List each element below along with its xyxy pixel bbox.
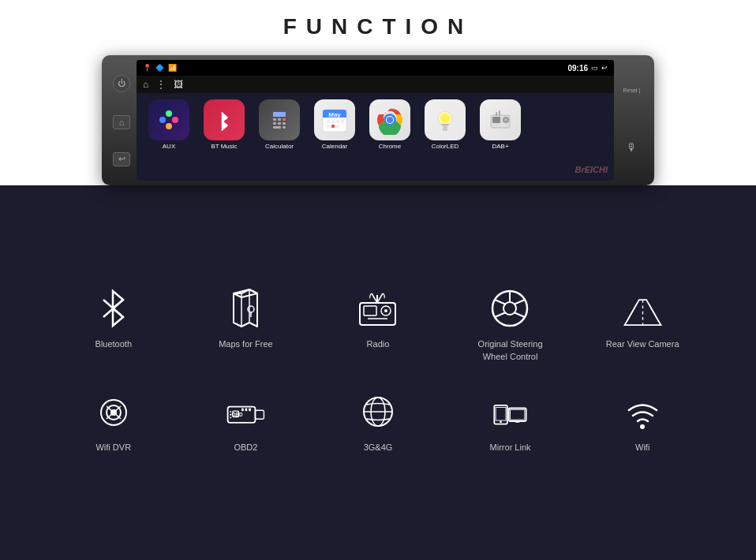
feature-mirror-label: Mirror Link — [490, 442, 531, 454]
device-screen: 📍 🔷 📶 09:16 ▭ ↩ ⌂ ⋮ 🖼 — [137, 60, 614, 181]
app-bt-label: BT Music — [211, 143, 237, 150]
feature-radio-label: Radio — [367, 338, 390, 350]
status-left: 📍 🔷 📶 — [143, 64, 177, 72]
nav-bar: ⌂ ⋮ 🖼 — [137, 76, 614, 93]
svg-rect-37 — [496, 112, 497, 116]
app-aux-icon — [148, 99, 189, 140]
wifi-icon — [621, 390, 664, 434]
app-aux[interactable]: AUX — [144, 99, 193, 150]
svg-rect-12 — [273, 126, 281, 129]
svg-point-3 — [166, 123, 172, 129]
app-cal-icon: May — [314, 99, 355, 140]
camera-icon — [621, 287, 664, 330]
screen-icon: ▭ — [591, 64, 598, 72]
svg-rect-13 — [283, 126, 286, 129]
feature-camera: Rear View Camera — [603, 287, 682, 350]
location-icon: 📍 — [143, 64, 152, 72]
app-grid: AUX BT Music — [137, 93, 614, 156]
svg-rect-64 — [509, 409, 526, 422]
features-row1: Bluetooth Maps for Free — [0, 275, 756, 383]
feature-steering: Original Steering Wheel Control — [471, 287, 550, 363]
app-colorled-icon — [425, 99, 466, 140]
status-right: 09:16 ▭ ↩ — [567, 64, 608, 73]
app-bt-icon — [204, 99, 245, 140]
app-colorled[interactable]: ColorLED — [421, 99, 470, 150]
reset-label: Reset | — [623, 88, 640, 93]
svg-rect-9 — [273, 122, 276, 125]
feature-obd2: OBD OBD2 — [206, 390, 285, 454]
svg-rect-62 — [496, 408, 506, 421]
svg-rect-19 — [331, 120, 335, 123]
svg-rect-31 — [441, 124, 449, 125]
app-chrome-icon — [369, 99, 410, 140]
feature-3g4g-label: 3G&4G — [364, 442, 393, 454]
feature-obd2-label: OBD2 — [234, 442, 257, 454]
page-title: FUNCTION — [0, 14, 756, 39]
home-nav-icon: ⌂ — [143, 79, 148, 90]
app-calendar[interactable]: May Calendar — [310, 99, 359, 150]
app-chrome[interactable]: Chrome — [365, 99, 414, 150]
app-colorled-label: ColorLED — [432, 143, 459, 150]
back-button[interactable]: ↩ — [113, 152, 130, 166]
svg-rect-53 — [230, 414, 231, 416]
svg-rect-8 — [283, 118, 286, 121]
feature-wifi-label: Wifi — [635, 442, 649, 454]
bluetooth-status-icon: 🔷 — [155, 64, 164, 72]
feature-bluetooth: Bluetooth — [74, 287, 153, 350]
svg-point-67 — [640, 424, 645, 429]
svg-point-36 — [504, 118, 507, 121]
svg-point-43 — [384, 309, 387, 312]
maps-icon — [224, 287, 268, 330]
svg-rect-34 — [492, 117, 500, 123]
app-aux-label: AUX — [163, 143, 175, 150]
app-calculator[interactable]: Calculator — [255, 99, 304, 150]
svg-rect-65 — [511, 409, 525, 420]
svg-rect-20 — [336, 120, 339, 123]
power-button[interactable]: ⏻ — [113, 75, 130, 92]
app-calc-label: Calculator — [265, 143, 294, 150]
app-calc-icon — [259, 99, 300, 140]
steering-icon — [488, 287, 532, 330]
image-nav-icon: 🖼 — [174, 79, 183, 90]
feature-mirror-link: Mirror Link — [471, 390, 550, 454]
wifi-status-icon: 📶 — [168, 64, 177, 72]
svg-rect-58 — [255, 410, 264, 419]
svg-point-39 — [248, 306, 254, 312]
feature-wifi: Wifi — [603, 390, 682, 454]
home-button[interactable]: ⌂ — [113, 115, 130, 129]
svg-rect-23 — [331, 125, 335, 128]
feature-maps: Maps for Free — [206, 287, 285, 350]
feature-maps-label: Maps for Free — [219, 338, 272, 350]
top-section: FUNCTION — [0, 0, 756, 47]
device-outer: ⏻ ⌂ ↩ 📍 🔷 📶 09:16 ▭ ↩ — [102, 55, 654, 185]
radio-icon — [356, 287, 399, 330]
status-bar: 📍 🔷 📶 09:16 ▭ ↩ — [137, 60, 614, 76]
wifi-dvr-icon — [92, 390, 135, 434]
feature-radio: Radio — [339, 287, 417, 350]
svg-text:OBD: OBD — [231, 412, 243, 417]
app-dab-icon — [480, 99, 521, 140]
svg-text:May: May — [328, 111, 341, 118]
mic-icon: 🎙 — [627, 141, 638, 154]
svg-point-0 — [159, 117, 166, 123]
svg-rect-22 — [327, 125, 330, 128]
feature-wifi-dvr-label: Wifi DVR — [95, 442, 131, 454]
svg-rect-7 — [278, 118, 281, 121]
menu-nav-icon: ⋮ — [156, 79, 166, 90]
svg-rect-10 — [278, 122, 281, 125]
app-dab-label: DAB+ — [492, 143, 508, 150]
svg-rect-55 — [241, 409, 244, 412]
feature-camera-label: Rear View Camera — [606, 338, 679, 350]
app-dab[interactable]: DAB+ — [476, 99, 525, 150]
app-cal-label: Calendar — [322, 143, 347, 150]
svg-rect-66 — [515, 421, 520, 423]
svg-rect-56 — [245, 409, 247, 412]
features-row2: Wifi DVR OBD — [0, 383, 756, 469]
feature-steering-label: Original Steering Wheel Control — [471, 338, 550, 363]
svg-rect-54 — [230, 417, 231, 419]
app-bt-music[interactable]: BT Music — [200, 99, 249, 150]
svg-rect-5 — [273, 112, 286, 117]
svg-rect-21 — [341, 120, 344, 123]
svg-rect-18 — [327, 120, 330, 123]
svg-rect-57 — [249, 409, 251, 412]
